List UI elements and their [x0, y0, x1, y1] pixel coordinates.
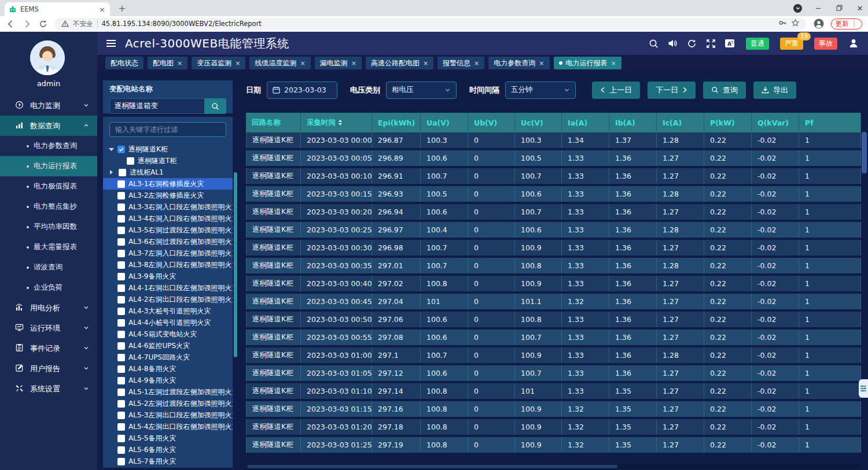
table-row-13[interactable]: 逐桐隧道K柜2023-03-03 01:00297.1100.70100.91.… [246, 347, 861, 363]
tree-node-21[interactable]: AL4-9备用火灾 [103, 375, 233, 386]
sidebar-subitem-8[interactable]: 企业负荷 [0, 277, 97, 298]
tree-node-1[interactable]: 逐桐隧道K柜 [103, 143, 233, 155]
alarm-badge-1[interactable]: 普通 [746, 38, 769, 50]
prev-day-button[interactable]: 上一日 [592, 82, 640, 99]
tree-node-7[interactable]: AL3-4右洞入口段右侧加强照明火灾 [103, 213, 233, 224]
tree-checkbox[interactable] [119, 169, 126, 176]
tree-checkbox[interactable] [117, 319, 125, 327]
tree-node-27[interactable]: AL5-6备用火灾 [103, 444, 233, 456]
sidebar-item-4[interactable]: 运行环境 [0, 318, 97, 338]
tree-node-25[interactable]: AL5-4左洞出口段右侧加强照明火灾 [103, 421, 233, 432]
restore-button[interactable] [834, 4, 844, 13]
tab-1[interactable]: 配电状态 [105, 57, 144, 69]
tree-checkbox[interactable] [127, 157, 134, 165]
tab-close-icon[interactable]: × [611, 60, 616, 67]
table-row-1[interactable]: 逐桐隧道K柜2023-03-03 00:00296.87100.30100.31… [246, 132, 861, 148]
tree-checkbox[interactable] [117, 227, 125, 234]
tree-checkbox[interactable] [117, 331, 125, 338]
column-header-5[interactable]: Ub(V) [468, 113, 515, 132]
tree-checkbox[interactable] [117, 296, 125, 304]
table-row-14[interactable]: 逐桐隧道K柜2023-03-03 01:05297.12100.60100.71… [246, 365, 861, 381]
tree-node-16[interactable]: AL4-4小桩号引道照明火灾 [103, 317, 233, 328]
tree-checkbox[interactable] [117, 458, 125, 465]
tree-node-14[interactable]: AL4-2右洞出口段右侧加强照明火灾 [103, 294, 233, 305]
tab-6[interactable]: 高速公路配电图× [366, 57, 433, 69]
tab-close-icon[interactable]: × [235, 60, 240, 67]
tree-node-8[interactable]: AL3-5右洞过渡段左侧加强照明火灾 [103, 224, 233, 236]
sidebar-item-2[interactable]: 数据查询 [0, 116, 97, 136]
table-row-18[interactable]: 逐桐隧道K柜2023-03-03 01:25297.19100.80100.91… [246, 437, 861, 453]
tree-checkbox[interactable] [117, 412, 125, 419]
scrollbar-thumb[interactable] [247, 465, 617, 468]
table-row-4[interactable]: 逐桐隧道K柜2023-03-03 00:15296.93100.50100.61… [246, 186, 861, 202]
tab-close-icon[interactable]: × [423, 60, 428, 67]
bookmark-star-icon[interactable] [791, 18, 800, 29]
sidebar-item-1[interactable]: 电力监测 [0, 95, 97, 116]
tree-checkbox[interactable] [117, 146, 125, 153]
table-row-10[interactable]: 逐桐隧道K柜2023-03-03 00:45297.041010101.11.3… [246, 294, 861, 309]
tab-close-icon[interactable]: × [539, 60, 544, 67]
sidebar-subitem-1[interactable]: 电力参数查询 [0, 136, 97, 156]
tree-node-12[interactable]: AL3-9备用火灾 [103, 271, 233, 282]
alarm-badge-3[interactable]: 事故 [814, 38, 837, 50]
tab-5[interactable]: 漏电监测× [315, 57, 362, 69]
table-row-3[interactable]: 逐桐隧道K柜2023-03-03 00:10296.91100.70100.71… [246, 168, 861, 184]
tree-node-28[interactable]: AL5-7备用火灾 [103, 456, 233, 467]
close-button[interactable]: ✕ [855, 4, 865, 13]
table-row-9[interactable]: 逐桐隧道K柜2023-03-03 00:40297.02100.80100.91… [246, 276, 861, 291]
caret-down-icon[interactable] [109, 148, 114, 153]
tree-node-23[interactable]: AL5-2左洞过渡段右侧加强照明火灾 [103, 398, 233, 409]
tree-checkbox[interactable] [117, 250, 125, 257]
table-row-8[interactable]: 逐桐隧道K柜2023-03-03 00:35297.01100.70100.81… [246, 258, 861, 273]
station-search-button[interactable] [204, 98, 226, 114]
tree-node-24[interactable]: AL5-3左洞出口段左侧加强照明火灾 [103, 409, 233, 421]
table-row-15[interactable]: 逐桐隧道K柜2023-03-03 01:10297.14100.801011.3… [246, 383, 861, 399]
avatar[interactable] [30, 40, 65, 75]
address-bar[interactable]: 不安全 45.81.195.134:8090/3000WEBV2/Electri… [54, 18, 807, 30]
tree-checkbox[interactable] [117, 192, 125, 199]
sidebar-item-3[interactable]: 用电分析 [0, 298, 97, 318]
tree-checkbox[interactable] [117, 238, 125, 246]
tree-checkbox[interactable] [117, 273, 125, 280]
tree-node-3[interactable]: 进线柜AL1 [103, 166, 233, 178]
tree-checkbox[interactable] [117, 284, 125, 292]
tree-node-13[interactable]: AL4-1右洞出口段左侧加强照明火灾 [103, 282, 233, 294]
table-row-17[interactable]: 逐桐隧道K柜2023-03-03 01:20297.18100.80100.91… [246, 419, 861, 435]
tree-filter-input[interactable] [109, 122, 226, 137]
tab-7[interactable]: 报警信息× [437, 57, 484, 69]
tab-8[interactable]: 电力参数查询× [488, 57, 549, 69]
tree-checkbox[interactable] [117, 423, 125, 431]
table-row-5[interactable]: 逐桐隧道K柜2023-03-03 00:20296.94100.60100.71… [246, 204, 861, 220]
table-row-16[interactable]: 逐桐隧道K柜2023-03-03 01:15297.16100.80100.91… [246, 401, 861, 417]
tab-2[interactable]: 配电图× [148, 57, 187, 69]
tree-checkbox[interactable] [117, 446, 125, 454]
table-row-6[interactable]: 逐桐隧道K柜2023-03-03 00:25296.97100.40100.61… [246, 222, 861, 238]
tab-9[interactable]: 电力运行报表× [554, 57, 621, 69]
tree-node-4[interactable]: AL3-1右洞检修插座火灾 [103, 178, 233, 190]
column-header-7[interactable]: Ia(A) [562, 113, 609, 132]
sort-icon[interactable] [339, 118, 342, 127]
tree-checkbox[interactable] [117, 215, 125, 223]
tab-close-icon[interactable]: × [351, 60, 356, 67]
browser-update-button[interactable]: 更新 ⋮ [831, 18, 863, 29]
scrollbar-thumb[interactable] [862, 132, 867, 173]
tree-checkbox[interactable] [117, 435, 125, 442]
tab-close-icon[interactable]: × [177, 60, 182, 67]
column-header-8[interactable]: Ib(A) [609, 113, 657, 132]
user-icon[interactable] [848, 38, 859, 49]
next-day-button[interactable]: 下一日 [648, 82, 696, 99]
tree-checkbox[interactable] [117, 365, 125, 373]
tree-node-6[interactable]: AL3-3右洞入口段左侧加强照明火灾 [103, 201, 233, 213]
table-row-12[interactable]: 逐桐隧道K柜2023-03-03 00:55297.08100.60100.71… [246, 330, 861, 345]
tab-3[interactable]: 变压器监测× [192, 57, 245, 69]
export-button[interactable]: 导出 [753, 82, 796, 99]
settings-drawer-handle[interactable] [859, 379, 868, 398]
browser-profile-icon[interactable] [814, 18, 824, 29]
table-row-11[interactable]: 逐桐隧道K柜2023-03-03 00:50297.06100.60100.81… [246, 312, 861, 327]
voltage-type-select[interactable]: 相电压 [386, 82, 457, 99]
column-header-3[interactable]: Epi(kWh) [372, 113, 421, 132]
tree-node-22[interactable]: AL5-1左洞过渡段左侧加强照明火灾 [103, 386, 233, 398]
column-header-12[interactable]: Pf [799, 113, 861, 132]
column-header-10[interactable]: P(kW) [704, 113, 752, 132]
tab-close-icon[interactable]: × [474, 60, 479, 67]
